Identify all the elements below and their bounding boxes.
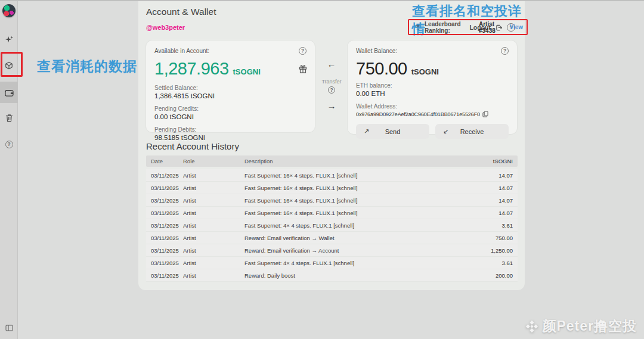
table-row: 03/11/2025ArtistFast Supernet: 4× 4 step…: [146, 257, 518, 269]
settled-balance-value: 1,386.4815 tSOGNI: [154, 92, 306, 99]
cube-icon: [5, 61, 13, 70]
window-edge: [0, 0, 644, 1]
help-icon: ?: [5, 141, 13, 148]
wallet-balance-label: Wallet Balance:: [356, 48, 397, 54]
page-title: Account & Wallet: [146, 7, 216, 17]
table-row: 03/11/2025ArtistFast Supernet: 16× 4 ste…: [146, 194, 518, 207]
table-row: 03/11/2025ArtistReward: Email verificati…: [146, 232, 518, 244]
wallet-icon: [5, 89, 14, 97]
sidebar-item-help[interactable]: ?: [0, 135, 18, 153]
history-header-row: Date Role Description tSOGNI: [146, 155, 518, 167]
transfer-to-wallet-arrow[interactable]: →: [317, 101, 346, 110]
sparkles-icon: [5, 35, 14, 44]
main-panel: Account & Wallet @web3peter 查看排名和空投详情 Le…: [138, 0, 525, 290]
watermark-text: 颜Peter撸空投: [542, 317, 637, 335]
send-arrow-icon: ↗: [364, 127, 369, 135]
sogni-logo[interactable]: [2, 4, 16, 17]
receive-button[interactable]: ↙ Receive: [435, 124, 509, 139]
account-balance-card: Available in Account: ? 1,287.963 tSOGNI…: [146, 41, 315, 132]
transfer-to-account-arrow[interactable]: ←: [317, 60, 346, 69]
wallet-balance-value: 750.00: [356, 59, 407, 79]
receive-arrow-icon: ↙: [443, 127, 448, 135]
history-table: Date Role Description tSOGNI 03/11/2025A…: [146, 155, 518, 282]
col-description: Description: [244, 158, 470, 164]
eth-balance-value: 0.00 ETH: [356, 90, 509, 97]
transfer-help-icon[interactable]: ?: [328, 86, 335, 94]
wallet-address-value: 0x976a99D0927eAef2a0C960E4f01BB0671e5526…: [356, 111, 480, 117]
trash-icon: [5, 114, 13, 122]
account-help-icon[interactable]: ?: [299, 47, 306, 55]
gift-icon[interactable]: [299, 64, 307, 76]
col-role: Role: [183, 158, 244, 164]
table-row: 03/11/2025ArtistFast Supernet: 16× 4 ste…: [146, 207, 518, 219]
table-row: 03/11/2025ArtistFast Supernet: 16× 4 ste…: [146, 182, 518, 194]
annotation-note-ranking: 查看排名和空投详情: [412, 2, 525, 38]
copy-address-icon[interactable]: [482, 111, 488, 117]
settled-balance-label: Settled Balance:: [154, 85, 306, 91]
binance-diamond-icon: [525, 320, 538, 333]
history-title: Recent Account History: [146, 141, 239, 151]
col-amount: tSOGNI: [470, 158, 518, 164]
transfer-controls: ← Transfer ? →: [317, 60, 346, 110]
eth-balance-label: ETH balance:: [356, 82, 509, 89]
send-button[interactable]: ↗ Send: [356, 124, 429, 139]
wallet-balance-currency: tSOGNI: [411, 67, 439, 76]
pending-debits-value: 98.5185 tSOGNI: [154, 134, 306, 141]
table-row: 03/11/2025ArtistFast Supernet: 4× 4 step…: [146, 219, 518, 232]
panel-collapse-icon: [5, 325, 13, 331]
sidebar-item-generate[interactable]: [0, 30, 18, 48]
account-balance-currency: tSOGNI: [233, 67, 261, 76]
annotation-note-consumption: 查看消耗的数据: [37, 57, 137, 76]
pending-credits-label: Pending Credits:: [154, 105, 306, 112]
sidebar: ?: [0, 0, 18, 339]
account-balance-value: 1,287.963: [154, 59, 229, 79]
pending-credits-value: 0.00 tSOGNI: [154, 113, 306, 120]
wallet-balance-card: Wallet Balance: ? 750.00 tSOGNI ETH bala…: [348, 41, 517, 134]
watermark: 颜Peter撸空投: [525, 317, 637, 335]
collapse-sidebar-button[interactable]: [0, 319, 18, 337]
wallet-help-icon[interactable]: ?: [501, 47, 509, 55]
table-row: 03/11/2025ArtistFast Supernet: 16× 4 ste…: [146, 169, 518, 182]
username: @web3peter: [146, 24, 185, 31]
wallet-address-label: Wallet Address:: [356, 103, 509, 110]
account-balance-label: Available in Account:: [154, 48, 209, 54]
col-date: Date: [146, 158, 183, 164]
table-row: 03/11/2025ArtistReward: Daily boost200.0…: [146, 269, 518, 282]
pending-debits-label: Pending Debits:: [154, 126, 306, 133]
sidebar-item-wallet[interactable]: [0, 82, 18, 103]
sidebar-item-models[interactable]: [0, 57, 18, 74]
table-row: 03/11/2025ArtistReward: Email verificati…: [146, 244, 518, 257]
sidebar-item-trash[interactable]: [0, 109, 18, 127]
transfer-label: Transfer: [317, 79, 346, 85]
